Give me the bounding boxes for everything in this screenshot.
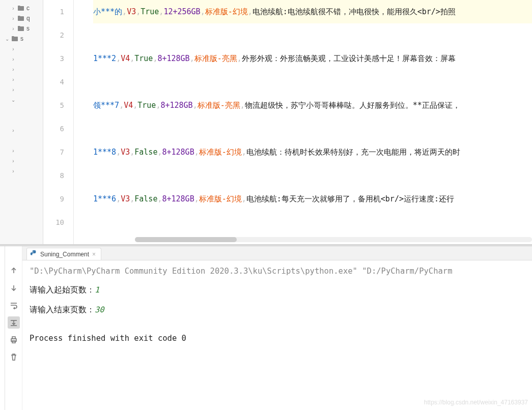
tree-item[interactable]: › bbox=[0, 125, 43, 135]
chevron-right-icon[interactable]: › bbox=[10, 46, 16, 52]
tree-item[interactable]: ⌄s bbox=[0, 34, 43, 44]
chevron-right-icon[interactable]: › bbox=[10, 87, 16, 93]
code-token: False bbox=[134, 194, 157, 203]
code-token: , bbox=[116, 194, 121, 203]
tree-item[interactable] bbox=[0, 105, 43, 115]
tree-item[interactable]: ›s bbox=[0, 23, 43, 34]
code-token: , bbox=[240, 101, 245, 110]
code-token: , bbox=[119, 101, 124, 110]
step-up-icon[interactable] bbox=[8, 265, 20, 277]
code-token: 物流超级快，苏宁小哥哥棒棒哒。人好服务到位。**正品保证， bbox=[245, 101, 460, 110]
code-line[interactable] bbox=[93, 117, 532, 140]
editor-gutter: 12345678910 bbox=[43, 0, 74, 244]
code-token: 领***7 bbox=[93, 101, 119, 110]
step-down-icon[interactable] bbox=[8, 282, 20, 294]
code-token: V4 bbox=[121, 54, 130, 63]
code-token: , bbox=[130, 148, 134, 157]
code-token: 电池续航:每天充一次就够用了，备用机<br/>运行速度:还行 bbox=[246, 194, 454, 203]
tree-item[interactable]: ›c bbox=[0, 3, 43, 13]
code-token: 外形外观：外形流畅美观，工业设计美感十足！屏幕音效：屏幕 bbox=[242, 54, 456, 63]
code-line[interactable] bbox=[93, 211, 532, 234]
tree-item[interactable]: ›q bbox=[0, 13, 43, 23]
code-line[interactable] bbox=[93, 23, 532, 47]
chevron-right-icon[interactable]: › bbox=[10, 16, 16, 21]
tree-item[interactable]: › bbox=[0, 74, 43, 84]
code-token: , bbox=[194, 194, 199, 203]
code-token: 8+128GB bbox=[160, 101, 192, 110]
tree-item[interactable]: › bbox=[0, 64, 43, 74]
code-token: V4 bbox=[124, 101, 133, 110]
chevron-down-icon[interactable]: ⌄ bbox=[10, 97, 16, 103]
chevron-right-icon[interactable]: › bbox=[10, 168, 16, 174]
run-left-margin bbox=[0, 246, 5, 410]
code-token: 1***6 bbox=[93, 194, 116, 203]
code-token: 12+256GB bbox=[163, 7, 200, 16]
code-line[interactable] bbox=[93, 70, 532, 94]
tree-item[interactable]: › bbox=[0, 84, 43, 95]
chevron-right-icon[interactable]: › bbox=[10, 77, 16, 82]
gutter-line-number: 10 bbox=[43, 211, 73, 234]
chevron-right-icon[interactable]: › bbox=[10, 148, 16, 154]
folder-icon bbox=[11, 36, 18, 42]
tree-item[interactable]: › bbox=[0, 54, 43, 64]
chevron-right-icon[interactable]: › bbox=[10, 6, 16, 11]
svg-rect-2 bbox=[12, 341, 15, 343]
console-prompt2: 请输入结束页数： bbox=[30, 305, 95, 314]
chevron-right-icon[interactable]: › bbox=[10, 56, 16, 62]
close-icon[interactable]: × bbox=[92, 251, 96, 258]
folder-icon bbox=[17, 25, 24, 32]
folder-icon bbox=[17, 5, 24, 11]
tree-item[interactable]: › bbox=[0, 145, 43, 156]
tree-item[interactable]: ⌄ bbox=[0, 95, 43, 105]
chevron-right-icon[interactable]: › bbox=[10, 158, 16, 164]
code-token: 8+128GB bbox=[162, 194, 194, 203]
gutter-line-number: 7 bbox=[43, 140, 73, 164]
code-token: , bbox=[248, 7, 253, 16]
code-line[interactable]: 领***7,V4,True,8+128GB,标准版-亮黑,物流超级快，苏宁小哥哥… bbox=[93, 94, 532, 117]
scroll-to-end-icon[interactable] bbox=[8, 316, 20, 329]
chevron-right-icon[interactable]: › bbox=[10, 128, 16, 133]
console-val2: 30 bbox=[95, 305, 104, 314]
code-line[interactable]: 1***6,V3,False,8+128GB,标准版-幻境,电池续航:每天充一次… bbox=[93, 187, 532, 211]
chevron-down-icon[interactable]: ⌄ bbox=[4, 36, 10, 42]
delete-icon[interactable] bbox=[8, 351, 20, 363]
tree-item[interactable]: › bbox=[0, 156, 43, 166]
watermark: https://blog.csdn.net/weixin_47163937 bbox=[424, 399, 528, 406]
code-token: V3 bbox=[127, 7, 136, 16]
tree-item[interactable] bbox=[0, 135, 43, 145]
code-line[interactable]: 1***2,V4,True,8+128GB,标准版-亮黑,外形外观：外形流畅美观… bbox=[93, 47, 532, 70]
tree-item-label: q bbox=[26, 15, 30, 22]
svg-rect-1 bbox=[12, 337, 15, 339]
code-token: True bbox=[134, 54, 153, 63]
code-token: 8+128GB bbox=[162, 148, 194, 157]
tree-item[interactable] bbox=[0, 115, 43, 125]
code-token: , bbox=[130, 194, 134, 203]
tree-item-label: s bbox=[26, 25, 30, 32]
tree-item[interactable]: › bbox=[0, 166, 43, 176]
code-line[interactable] bbox=[93, 164, 532, 187]
code-token: , bbox=[237, 54, 242, 63]
gutter-line-number: 6 bbox=[43, 117, 73, 140]
code-token: 电池续航：待机时长效果特别好，充一次电能用，将近两天的时 bbox=[246, 148, 460, 157]
run-tab-suning-comment[interactable]: Suning_Comment × bbox=[26, 248, 101, 260]
code-token: 标准版-幻境 bbox=[205, 7, 248, 16]
editor-code-area[interactable]: 小***的,V3,True,12+256GB,标准版-幻境,电池续航:电池续航很… bbox=[74, 0, 532, 244]
tree-item[interactable]: › bbox=[0, 44, 43, 54]
code-token: V3 bbox=[121, 194, 130, 203]
editor-hscrollbar[interactable] bbox=[135, 237, 532, 242]
console-val1: 1 bbox=[95, 285, 99, 295]
wrap-icon[interactable] bbox=[8, 299, 20, 311]
run-console[interactable]: "D:\PyCharm\PyCharm Community Edition 20… bbox=[22, 260, 532, 410]
gutter-line-number: 1 bbox=[43, 0, 73, 23]
run-icon-column bbox=[5, 246, 22, 410]
code-line[interactable]: 小***的,V3,True,12+256GB,标准版-幻境,电池续航:电池续航很… bbox=[93, 0, 532, 23]
chevron-right-icon[interactable]: › bbox=[10, 26, 16, 32]
editor-hscrollbar-thumb[interactable] bbox=[135, 237, 237, 242]
chevron-right-icon[interactable]: › bbox=[10, 67, 16, 72]
project-tree[interactable]: ›c›q›s⌄s›››››⌄›››› bbox=[0, 0, 43, 244]
code-token: , bbox=[201, 7, 205, 16]
print-icon[interactable] bbox=[8, 334, 20, 346]
code-line[interactable]: 1***8,V3,False,8+128GB,标准版-幻境,电池续航：待机时长效… bbox=[93, 140, 532, 164]
code-token: 标准版-亮黑 bbox=[198, 101, 240, 110]
code-token: , bbox=[242, 148, 246, 157]
